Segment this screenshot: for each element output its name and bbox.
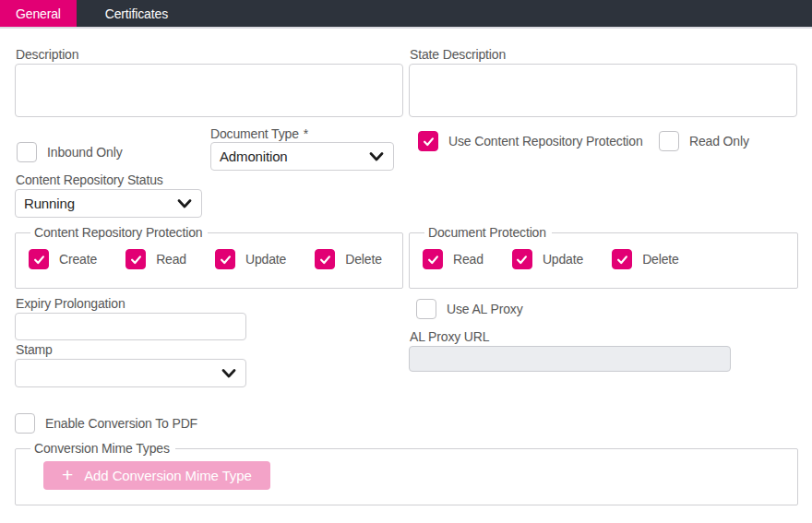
checkbox-unchecked-icon (17, 142, 37, 162)
description-textarea[interactable] (15, 64, 403, 117)
enable-conversion-to-pdf-checkbox[interactable]: Enable Conversion To PDF (15, 413, 197, 434)
checkbox-checked-icon (125, 249, 146, 269)
add-conversion-mime-type-label: Add Conversion Mime Type (84, 468, 252, 483)
inbound-only-checkbox[interactable]: Inbound Only (17, 142, 122, 162)
check-icon (129, 253, 143, 267)
state-description-label: State Description (410, 47, 506, 62)
checkbox-checked-icon (612, 249, 632, 269)
state-description-textarea[interactable] (409, 64, 797, 117)
dp-options-row: Read Update Delete (423, 249, 784, 269)
content-repository-status-value: Running (24, 196, 75, 211)
check-icon (426, 253, 440, 267)
stamp-label: Stamp (16, 342, 53, 357)
use-al-proxy-label: Use AL Proxy (447, 302, 523, 316)
document-protection-legend: Document Protection (424, 225, 552, 240)
conversion-mime-types-group: Conversion Mime Types + Add Conversion M… (15, 441, 798, 505)
read-only-checkbox[interactable]: Read Only (659, 131, 749, 151)
dp-update-label: Update (543, 252, 583, 267)
checkbox-checked-icon (423, 249, 443, 269)
content-repository-protection-group: Content Repository Protection Create Rea… (15, 225, 403, 289)
check-icon (515, 253, 529, 267)
check-icon (422, 135, 436, 149)
chevron-down-icon (177, 196, 192, 212)
dp-read-label: Read (453, 252, 484, 267)
checkbox-checked-icon (215, 249, 235, 269)
al-proxy-url-input (409, 346, 731, 372)
content-repository-status-select[interactable]: Running (15, 189, 202, 218)
document-type-label: Document Type* (210, 126, 308, 141)
crp-read-checkbox[interactable]: Read (125, 249, 186, 269)
check-icon (318, 253, 332, 267)
required-marker: * (304, 126, 308, 141)
inbound-only-label: Inbound Only (47, 145, 122, 160)
chevron-down-icon (221, 365, 236, 382)
use-content-repository-protection-label: Use Content Repository Protection (448, 134, 643, 149)
check-icon (219, 253, 233, 267)
dp-read-checkbox[interactable]: Read (423, 249, 484, 269)
crp-create-checkbox[interactable]: Create (29, 249, 97, 269)
checkbox-checked-icon (512, 249, 532, 269)
use-content-repository-protection-checkbox[interactable]: Use Content Repository Protection (418, 131, 643, 151)
dp-delete-label: Delete (642, 252, 679, 267)
stamp-select[interactable] (15, 359, 246, 387)
enable-conversion-to-pdf-label: Enable Conversion To PDF (45, 416, 197, 431)
document-protection-group: Document Protection Read Update Delete (409, 225, 798, 289)
content-repository-status-label: Content Repository Status (16, 172, 163, 187)
tab-bar: General Certificates (0, 0, 812, 29)
dp-update-checkbox[interactable]: Update (512, 249, 583, 269)
settings-form-page: General Certificates Description State D… (0, 0, 812, 523)
checkbox-checked-icon (29, 249, 49, 269)
crp-create-label: Create (59, 252, 97, 267)
expiry-prolongation-label: Expiry Prolongation (16, 296, 125, 311)
add-conversion-mime-type-button[interactable]: + Add Conversion Mime Type (43, 461, 270, 490)
checkbox-checked-icon (315, 249, 335, 269)
document-type-select[interactable]: Admonition (210, 142, 394, 171)
expiry-prolongation-input[interactable] (15, 313, 246, 340)
check-icon (32, 253, 46, 267)
dp-delete-checkbox[interactable]: Delete (612, 249, 679, 269)
crp-options-row: Create Read Update Delete (29, 249, 389, 269)
checkbox-unchecked-icon (416, 299, 436, 319)
description-label: Description (16, 47, 78, 62)
conversion-mime-types-legend: Conversion Mime Types (30, 441, 175, 456)
crp-delete-checkbox[interactable]: Delete (315, 249, 382, 269)
checkbox-checked-icon (418, 131, 438, 151)
chevron-down-icon (369, 149, 384, 165)
content-repository-protection-legend: Content Repository Protection (30, 225, 208, 240)
tab-general[interactable]: General (0, 0, 77, 27)
crp-read-label: Read (156, 252, 186, 267)
checkbox-unchecked-icon (15, 413, 35, 434)
checkbox-unchecked-icon (659, 131, 679, 151)
use-al-proxy-checkbox[interactable]: Use AL Proxy (416, 299, 523, 319)
document-type-value: Admonition (220, 149, 288, 164)
tab-certificates[interactable]: Certificates (90, 0, 184, 27)
crp-delete-label: Delete (345, 252, 382, 267)
al-proxy-url-label: AL Proxy URL (410, 329, 489, 344)
crp-update-checkbox[interactable]: Update (215, 249, 286, 269)
plus-icon: + (62, 465, 73, 484)
read-only-label: Read Only (689, 134, 749, 149)
crp-update-label: Update (245, 252, 286, 267)
check-icon (615, 253, 629, 267)
